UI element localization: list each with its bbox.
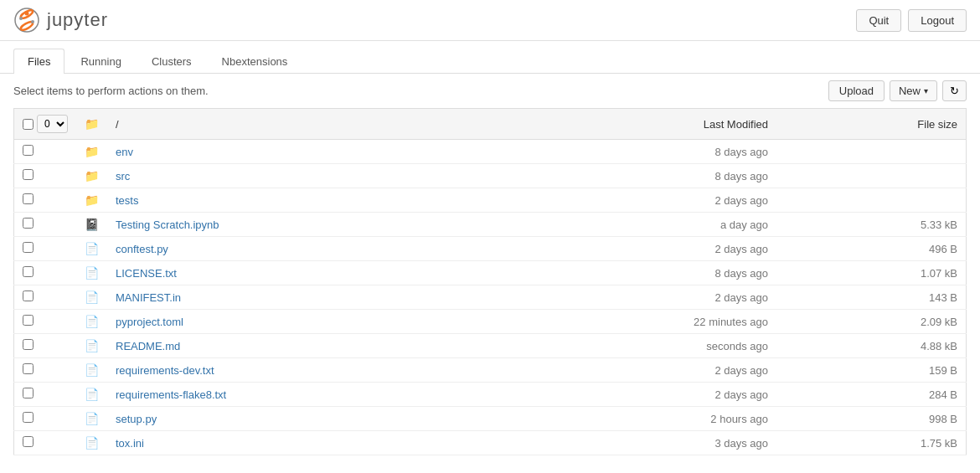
toolbar-right: Upload New ▾ ↻ (828, 80, 967, 101)
file-icon: 📄 (85, 363, 99, 377)
file-tbody: 📁env8 days ago📁src8 days ago📁tests2 days… (14, 140, 967, 455)
file-modified: 8 days ago (468, 261, 776, 285)
table-row: 📓Testing Scratch.ipynba day ago5.33 kB (14, 213, 967, 237)
svg-point-5 (25, 12, 29, 16)
file-size: 4.88 kB (776, 334, 967, 358)
file-modified: 8 days ago (468, 140, 776, 164)
file-link[interactable]: src (116, 170, 130, 183)
row-checkbox[interactable] (23, 193, 34, 204)
row-checkbox[interactable] (23, 339, 34, 350)
sort-size-button[interactable]: File size (917, 118, 957, 131)
file-link[interactable]: setup.py (116, 413, 157, 425)
upload-button[interactable]: Upload (828, 80, 885, 101)
header: jupyter Quit Logout (0, 0, 980, 41)
file-size (776, 164, 967, 188)
table-row: 📄LICENSE.txt8 days ago1.07 kB (14, 261, 967, 285)
refresh-button[interactable]: ↻ (942, 80, 967, 101)
select-all-header: 0 (14, 109, 77, 140)
file-modified: 22 minutes ago (468, 310, 776, 334)
file-icon: 📄 (85, 266, 99, 280)
notebook-icon: 📓 (85, 218, 99, 231)
select-dropdown[interactable]: 0 (37, 115, 68, 133)
row-checkbox[interactable] (23, 218, 34, 229)
table-row: 📄tox.ini3 days ago1.75 kB (14, 431, 967, 455)
folder-icon: 📁 (85, 193, 99, 207)
table-row: 📄setup.py2 hours ago998 B (14, 407, 967, 431)
tab-files[interactable]: Files (13, 49, 64, 74)
col-size-header[interactable]: File size (776, 109, 967, 140)
file-link[interactable]: requirements-dev.txt (116, 364, 214, 377)
table-row: 📄README.mdseconds ago4.88 kB (14, 334, 967, 358)
header-buttons: Quit Logout (856, 9, 967, 32)
row-checkbox[interactable] (23, 412, 34, 423)
file-size: 998 B (776, 407, 967, 431)
file-link[interactable]: LICENSE.txt (116, 267, 177, 280)
breadcrumb-path: / (116, 118, 119, 131)
file-link[interactable]: conftest.py (116, 243, 168, 255)
col-name-header: / (107, 109, 468, 140)
logo: jupyter (13, 7, 108, 33)
table-row: 📁env8 days ago (14, 140, 967, 164)
col-modified-header[interactable]: Last Modified (468, 109, 776, 140)
table-row: 📄requirements-flake8.txt2 days ago284 B (14, 383, 967, 407)
table-row: 📁tests2 days ago (14, 188, 967, 213)
tab-nbextensions[interactable]: Nbextensions (208, 49, 302, 74)
file-link[interactable]: tests (116, 194, 138, 207)
table-row: 📄conftest.py2 days ago496 B (14, 237, 967, 261)
file-list-container: 0 📁 / Last Modified File s (0, 108, 980, 455)
folder-breadcrumb-header: 📁 (76, 109, 107, 140)
svg-point-4 (31, 20, 34, 23)
folder-icon: 📁 (85, 145, 99, 158)
file-link[interactable]: tox.ini (116, 437, 144, 450)
quit-button[interactable]: Quit (856, 9, 901, 32)
row-checkbox[interactable] (23, 169, 34, 180)
row-checkbox[interactable] (23, 436, 34, 447)
row-checkbox[interactable] (23, 290, 34, 301)
sort-modified-button[interactable]: Last Modified (704, 118, 768, 131)
file-link[interactable]: Testing Scratch.ipynb (116, 219, 219, 231)
file-link[interactable]: env (116, 146, 133, 158)
row-checkbox[interactable] (23, 145, 34, 156)
file-size: 5.33 kB (776, 213, 967, 237)
table-row: 📄requirements-dev.txt2 days ago159 B (14, 358, 967, 383)
jupyter-logo-icon (13, 7, 40, 33)
file-modified: 2 days ago (468, 188, 776, 213)
row-checkbox[interactable] (23, 363, 34, 374)
file-size: 284 B (776, 383, 967, 407)
new-button-label: New (899, 85, 921, 97)
tab-clusters[interactable]: Clusters (137, 49, 206, 74)
row-checkbox[interactable] (23, 266, 34, 277)
table-row: 📁src8 days ago (14, 164, 967, 188)
new-button[interactable]: New ▾ (890, 80, 937, 101)
file-size: 1.75 kB (776, 431, 967, 455)
table-header-row: 0 📁 / Last Modified File s (14, 109, 967, 140)
file-modified: 2 days ago (468, 383, 776, 407)
file-modified: 2 days ago (468, 285, 776, 310)
file-modified: 2 days ago (468, 358, 776, 383)
tab-running[interactable]: Running (66, 49, 135, 74)
select-message: Select items to perform actions on them. (13, 85, 209, 97)
file-link[interactable]: README.md (116, 340, 180, 352)
file-link[interactable]: pyproject.toml (116, 316, 183, 328)
file-icon: 📄 (85, 412, 99, 425)
svg-point-3 (19, 17, 23, 20)
logo-text: jupyter (47, 9, 108, 31)
file-size: 159 B (776, 358, 967, 383)
logout-button[interactable]: Logout (908, 9, 967, 32)
file-link[interactable]: MANIFEST.in (116, 291, 181, 304)
file-modified: 8 days ago (468, 164, 776, 188)
select-all-checkbox[interactable] (23, 119, 34, 130)
file-modified: seconds ago (468, 334, 776, 358)
row-checkbox[interactable] (23, 388, 34, 398)
size-label: File size (917, 118, 957, 131)
row-checkbox[interactable] (23, 242, 34, 253)
table-row: 📄MANIFEST.in2 days ago143 B (14, 285, 967, 310)
new-caret-icon: ▾ (924, 86, 928, 95)
folder-icon: 📁 (85, 169, 99, 183)
row-checkbox[interactable] (23, 315, 34, 326)
file-link[interactable]: requirements-flake8.txt (116, 388, 226, 401)
toolbar: Select items to perform actions on them.… (0, 74, 980, 108)
file-table: 0 📁 / Last Modified File s (13, 108, 967, 455)
table-row: 📄pyproject.toml22 minutes ago2.09 kB (14, 310, 967, 334)
file-size: 496 B (776, 237, 967, 261)
